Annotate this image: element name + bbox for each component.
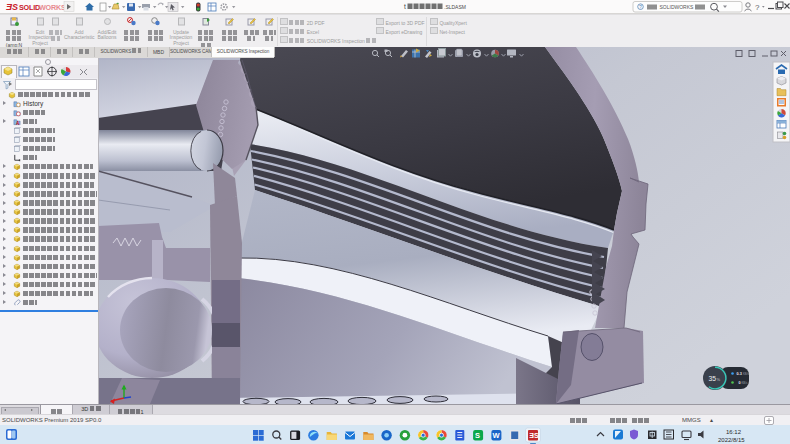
- svg-text:ƎS: ƎS: [529, 432, 539, 439]
- svg-text:SOLID: SOLID: [19, 3, 40, 12]
- svg-text:S: S: [475, 431, 480, 440]
- svg-text:%: %: [717, 377, 721, 382]
- svg-text:35: 35: [709, 375, 717, 382]
- svg-text:W: W: [492, 431, 500, 440]
- svg-text:?: ?: [755, 3, 760, 12]
- svg-text:t: t: [404, 3, 406, 10]
- svg-text:KB/s: KB/s: [742, 381, 749, 385]
- svg-text:16:12: 16:12: [726, 429, 742, 435]
- svg-text:0.3: 0.3: [737, 372, 742, 376]
- svg-text:0: 0: [739, 381, 741, 385]
- svg-text:2022/8/15: 2022/8/15: [718, 437, 745, 443]
- svg-text:WORKS: WORKS: [39, 3, 66, 12]
- svg-text:?: ?: [639, 4, 642, 10]
- svg-text:SOLIDWORKS: SOLIDWORKS: [660, 4, 695, 10]
- svg-text:KB/s: KB/s: [743, 372, 750, 376]
- svg-text:ƎS: ƎS: [6, 2, 18, 12]
- svg-text:.SLDASM: .SLDASM: [444, 4, 466, 10]
